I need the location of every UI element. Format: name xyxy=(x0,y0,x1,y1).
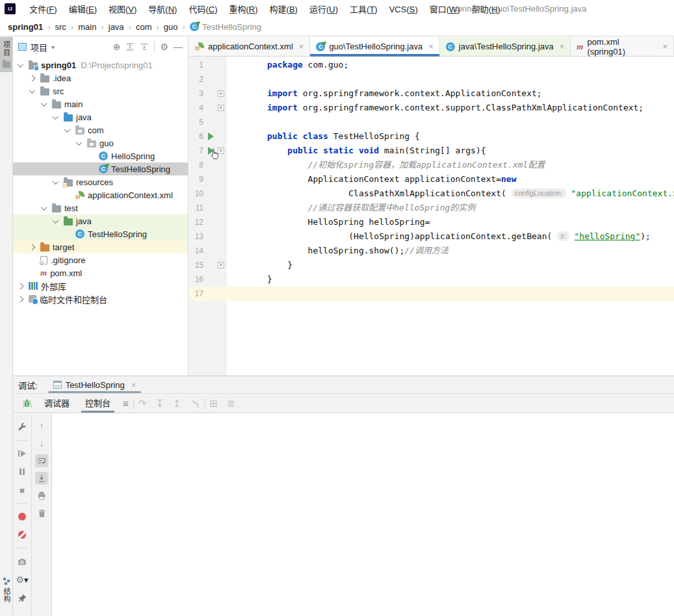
project-stripe-tab[interactable]: 项目 xyxy=(0,37,12,72)
code-line-17[interactable]: 17 xyxy=(189,287,674,301)
chevron-down-icon[interactable] xyxy=(30,89,40,94)
mute-breakpoints-button[interactable] xyxy=(16,528,29,541)
tree-item-test[interactable]: test xyxy=(13,201,188,214)
run-button[interactable] xyxy=(208,133,214,140)
debug-tab-debugger[interactable]: 调试器 xyxy=(36,394,77,413)
debug-tab-console[interactable]: 控制台 xyxy=(77,394,118,413)
code-line-12[interactable]: 12 HelloSpring helloSpring= xyxy=(189,215,674,229)
tree-item-pom.xml[interactable]: mpom.xml xyxy=(13,266,188,279)
chevron-right-icon[interactable] xyxy=(18,284,29,289)
fold-marker[interactable]: ∧ xyxy=(218,105,224,111)
chevron-down-icon[interactable] xyxy=(53,115,64,120)
menu-item-e[interactable]: 编辑(E) xyxy=(63,3,103,16)
code-line-7[interactable]: 7∨ public static void main(String[] args… xyxy=(189,144,674,158)
editor-tab-java-testhellospring.java[interactable]: Cjava\TestHelloSpring.java× xyxy=(440,37,571,56)
menu-item-v[interactable]: 视图(V) xyxy=(103,3,142,16)
tree-item-.gitignore[interactable]: .gitignore xyxy=(13,253,188,266)
chevron-down-icon[interactable] xyxy=(42,206,52,211)
fold-marker[interactable]: ∨ xyxy=(218,148,224,154)
menu-item-t[interactable]: 工具(T) xyxy=(344,3,383,16)
chevron-down-icon[interactable] xyxy=(53,219,64,224)
chevron-right-icon[interactable] xyxy=(18,297,29,302)
chevron-right-icon[interactable] xyxy=(30,245,40,250)
locate-icon[interactable]: ⊕ xyxy=(113,42,121,52)
breadcrumb-item[interactable]: main xyxy=(77,21,97,33)
wrench-button[interactable] xyxy=(16,420,29,433)
pause-button[interactable] xyxy=(16,465,29,478)
step-into-button[interactable]: ↧ xyxy=(155,398,164,409)
stop-button[interactable]: ■ xyxy=(16,483,29,496)
thread-dump-button[interactable] xyxy=(16,555,29,568)
code-line-11[interactable]: 11 //通过容器获取配置中helloSpring的实例 xyxy=(189,201,674,215)
tree-item--[interactable]: 临时文件和控制台 xyxy=(13,292,188,305)
code-editor[interactable]: 1package com.guo;23∨import org.springfra… xyxy=(189,57,674,376)
close-icon[interactable]: × xyxy=(131,380,136,390)
debug-session-tab[interactable]: TestHelloSpring × xyxy=(48,376,142,393)
layout-button[interactable]: ≣ xyxy=(227,398,235,409)
menu-item-c[interactable]: 代码(C) xyxy=(183,3,223,16)
run-to-cursor-button[interactable] xyxy=(190,398,200,408)
menu-item-n[interactable]: 导航(N) xyxy=(142,3,183,16)
more-button[interactable]: ≡ xyxy=(123,398,129,409)
tree-item-main[interactable]: main xyxy=(13,97,188,110)
breadcrumb-item[interactable]: src xyxy=(54,21,68,33)
tree-item-testhellospring[interactable]: CTestHelloSpring xyxy=(13,162,188,175)
evaluate-button[interactable]: ⊞ xyxy=(210,398,218,409)
tree-item-java[interactable]: java xyxy=(13,214,188,227)
close-icon[interactable]: × xyxy=(428,42,434,51)
code-line-9[interactable]: 9 ApplicationContext applicationContext=… xyxy=(189,172,674,186)
step-out-button[interactable]: ↥ xyxy=(173,398,181,409)
code-line-5[interactable]: 5 xyxy=(189,115,674,129)
menu-item-r[interactable]: 重构(R) xyxy=(224,3,264,16)
code-line-4[interactable]: 4∧import org.springframework.context.sup… xyxy=(189,101,674,115)
structure-stripe-tab[interactable]: 结构 xyxy=(0,574,13,607)
fold-marker[interactable]: ∨ xyxy=(218,90,224,97)
trash-button[interactable] xyxy=(35,507,48,520)
code-line-16[interactable]: 16} xyxy=(189,272,674,287)
hide-icon[interactable]: — xyxy=(174,42,183,52)
tree-item-java[interactable]: java xyxy=(13,110,188,123)
step-over-button[interactable]: ↷ xyxy=(138,398,147,409)
tree-item-spring01[interactable]: spring01D:\Project\spring01 xyxy=(13,58,188,71)
menu-item-vcss[interactable]: VCS(S) xyxy=(383,3,424,16)
breadcrumb-item[interactable]: com xyxy=(135,21,153,33)
code-line-15[interactable]: 15∧ } xyxy=(189,258,674,272)
collapse-all-icon[interactable] xyxy=(140,42,149,51)
tree-item-resources[interactable]: resources xyxy=(13,175,188,188)
fold-marker[interactable]: ∧ xyxy=(218,262,224,268)
print-button[interactable] xyxy=(35,489,48,502)
soft-wrap-button[interactable] xyxy=(35,454,48,467)
run-button[interactable] xyxy=(208,147,214,155)
chevron-down-icon[interactable] xyxy=(18,63,29,68)
code-line-13[interactable]: 13 (HelloSpring)applicationContext.getBe… xyxy=(189,229,674,244)
chevron-right-icon[interactable] xyxy=(30,76,40,81)
code-line-6[interactable]: 6public class TestHelloSpring { xyxy=(189,129,674,144)
editor-tab-pom.xml-spring01-[interactable]: mpom.xml (spring01)× xyxy=(571,37,674,56)
menu-item-u[interactable]: 运行(U) xyxy=(304,3,344,16)
pin-button[interactable] xyxy=(16,591,29,604)
tree-item--[interactable]: 外部库 xyxy=(13,279,188,292)
resume-button[interactable] xyxy=(16,447,29,460)
chevron-down-icon[interactable] xyxy=(65,128,75,133)
close-icon[interactable]: × xyxy=(299,42,304,51)
debug-settings-button[interactable]: ⚙▾ xyxy=(16,573,29,586)
tree-item-target[interactable]: target xyxy=(13,240,188,253)
breadcrumb-item[interactable]: CTestHelloSpring xyxy=(188,21,263,33)
scroll-end-button[interactable] xyxy=(35,472,48,485)
editor-tab-guo-testhellospring.java[interactable]: Cguo\TestHelloSpring.java× xyxy=(310,37,439,56)
chevron-down-icon[interactable] xyxy=(42,102,52,107)
menu-item-b[interactable]: 构建(B) xyxy=(264,3,304,16)
tree-item-.idea[interactable]: .idea xyxy=(13,71,188,84)
code-line-1[interactable]: 1package com.guo; xyxy=(189,58,674,72)
code-line-8[interactable]: 8 //初始化spring容器，加载applicationContext.xml… xyxy=(189,158,674,172)
console-output[interactable] xyxy=(52,414,674,616)
tree-item-guo[interactable]: guo xyxy=(13,136,188,149)
settings-icon[interactable]: ⚙ xyxy=(160,42,168,52)
project-view-dropdown[interactable]: 项目 ▾ xyxy=(18,41,55,53)
code-line-14[interactable]: 14 helloSpring.show();//调用方法 xyxy=(189,244,674,258)
code-line-10[interactable]: 10 ClassPathXmlApplicationContext( confi… xyxy=(189,186,674,201)
menu-item-f[interactable]: 文件(F) xyxy=(23,3,63,16)
breakpoints-button[interactable] xyxy=(16,510,29,523)
code-line-2[interactable]: 2 xyxy=(189,72,674,86)
editor-tab-applicationcontext.xml[interactable]: applicationContext.xml× xyxy=(189,37,310,56)
